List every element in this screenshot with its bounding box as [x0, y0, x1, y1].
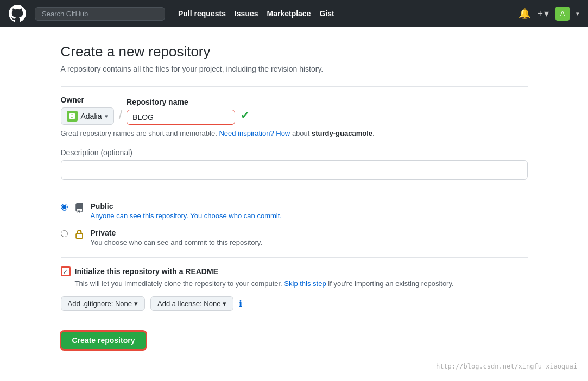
- readme-label: Initialize this repository with a README: [75, 267, 218, 276]
- public-repo-icon: [73, 202, 85, 214]
- owner-avatar: [67, 111, 78, 122]
- chevron-down-icon: ▾: [544, 8, 549, 20]
- main-content: Create a new repository A repository con…: [50, 27, 539, 381]
- search-input[interactable]: [35, 7, 165, 21]
- new-item-button[interactable]: + ▾: [537, 8, 549, 20]
- owner-field-group: Owner Adalia ▾: [61, 96, 115, 125]
- page-title: Create a new repository: [61, 43, 528, 60]
- info-icon[interactable]: ℹ: [239, 299, 242, 309]
- page-subtitle: A repository contains all the files for …: [61, 65, 528, 73]
- owner-name: Adalia: [81, 112, 102, 120]
- navbar: Pull requests Issues Marketplace Gist 🔔 …: [0, 0, 588, 27]
- readme-hint: This will let you immediately clone the …: [75, 280, 528, 288]
- skip-step-link[interactable]: Skip this step: [284, 280, 326, 288]
- private-option[interactable]: Private You choose who can see and commi…: [61, 228, 528, 246]
- public-option[interactable]: Public Anyone can see this repository. Y…: [61, 202, 528, 220]
- divider-mid2: [61, 257, 528, 258]
- repo-name-field-group: Repository name: [127, 98, 235, 125]
- plus-icon: +: [537, 8, 543, 20]
- check-icon: ✔: [241, 109, 250, 122]
- hint-text: Great repository names are short and mem…: [61, 129, 528, 137]
- avatar-chevron-icon: ▾: [576, 10, 579, 17]
- suggestion-link[interactable]: sturdy-guacamole: [312, 129, 372, 137]
- visibility-radio-group: Public Anyone can see this repository. Y…: [61, 202, 528, 246]
- owner-label: Owner: [61, 96, 115, 104]
- description-input[interactable]: [61, 160, 528, 180]
- notifications-button[interactable]: 🔔: [519, 8, 530, 20]
- navbar-links: Pull requests Issues Marketplace Gist: [178, 9, 510, 18]
- description-label: Description (optional): [61, 148, 528, 157]
- description-field-group: Description (optional): [61, 148, 528, 180]
- create-btn-wrap: Create repository: [61, 331, 528, 350]
- gitignore-chevron-icon: ▾: [134, 300, 138, 308]
- public-radio[interactable]: [61, 204, 68, 211]
- owner-avatar-icon: [68, 112, 76, 120]
- public-desc: Anyone can see this repository. You choo…: [91, 212, 282, 220]
- public-label: Public: [91, 202, 282, 211]
- readme-checkbox-row: ✓ Initialize this repository with a READ…: [61, 266, 528, 276]
- readme-section: ✓ Initialize this repository with a READ…: [61, 266, 528, 288]
- readme-checkbox-outline[interactable]: ✓: [61, 266, 71, 276]
- navbar-right: 🔔 + ▾ A ▾: [519, 7, 579, 21]
- dropdowns-row: Add .gitignore: None ▾ Add a license: No…: [61, 296, 528, 311]
- avatar[interactable]: A: [555, 7, 570, 21]
- repo-name-input[interactable]: [127, 110, 235, 125]
- license-dropdown[interactable]: Add a license: None ▾: [150, 296, 233, 311]
- nav-link-pull-requests[interactable]: Pull requests: [178, 9, 226, 18]
- divider-mid1: [61, 190, 528, 191]
- how-link[interactable]: How: [276, 129, 290, 137]
- checkmark-icon: ✓: [62, 268, 68, 276]
- private-desc: You choose who can see and commit to thi…: [91, 238, 263, 246]
- divider-top: [61, 86, 528, 87]
- nav-link-marketplace[interactable]: Marketplace: [267, 9, 311, 18]
- owner-repo-row: Owner Adalia ▾ / Repository name ✔: [61, 96, 528, 125]
- github-logo: [9, 5, 26, 22]
- gitignore-dropdown[interactable]: Add .gitignore: None ▾: [61, 296, 146, 311]
- private-label: Private: [91, 228, 263, 237]
- bell-icon: 🔔: [519, 8, 530, 20]
- owner-dropdown-icon: ▾: [105, 113, 108, 120]
- repo-name-label: Repository name: [127, 98, 235, 106]
- private-radio[interactable]: [61, 230, 68, 237]
- divider-bottom: [61, 322, 528, 322]
- license-chevron-icon: ▾: [223, 300, 226, 308]
- private-repo-icon: [73, 228, 85, 240]
- nav-link-issues[interactable]: Issues: [235, 9, 258, 18]
- need-inspiration-link[interactable]: Need inspiration?: [219, 129, 274, 137]
- watermark: http://blog.csdn.net/xingfu_xiaoguai: [436, 363, 577, 370]
- nav-link-gist[interactable]: Gist: [319, 9, 334, 18]
- create-repository-button[interactable]: Create repository: [61, 331, 147, 350]
- owner-select[interactable]: Adalia ▾: [61, 107, 115, 125]
- slash-separator: /: [114, 107, 127, 123]
